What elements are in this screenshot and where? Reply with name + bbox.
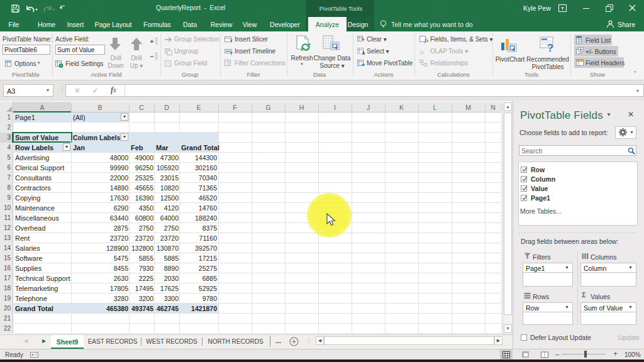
svg-text:7: 7: [167, 62, 169, 66]
svg-text:fx: fx: [425, 37, 428, 43]
svg-text:?: ?: [547, 43, 553, 53]
svg-text:i: i: [60, 63, 61, 68]
svg-text:fx: fx: [420, 49, 425, 55]
